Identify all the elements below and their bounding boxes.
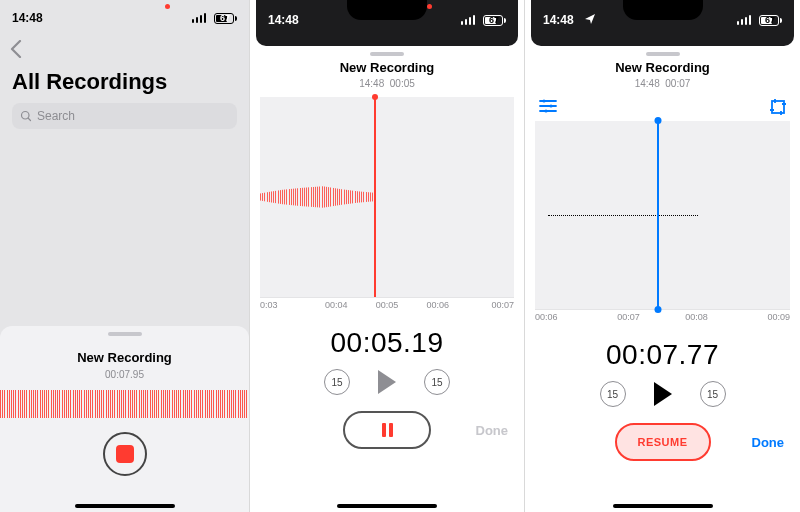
cellular-icon: [737, 15, 752, 25]
recording-subtitle: 14:48 00:07: [525, 78, 800, 89]
pause-icon: [382, 423, 386, 437]
stop-icon: [116, 445, 134, 463]
time-ruler: 00:0600:0700:0800:09: [535, 309, 790, 329]
back-button[interactable]: [0, 36, 249, 67]
waveform-canvas[interactable]: [535, 121, 790, 309]
search-input[interactable]: Search: [12, 103, 237, 129]
waveform-canvas[interactable]: [260, 97, 514, 297]
recording-title: New Recording: [250, 60, 524, 75]
svg-point-2: [542, 99, 545, 102]
screen-recording-edit: 14:48 67 New Recording 14:48 00:07 00:06…: [525, 0, 800, 512]
time-ruler: 0:0300:0400:0500:0600:07: [260, 297, 514, 317]
pause-record-button[interactable]: [343, 411, 431, 449]
notch: [347, 0, 427, 20]
rewind-15-button[interactable]: 15: [600, 381, 626, 407]
home-indicator[interactable]: [337, 504, 437, 508]
status-bar: 14:48 67: [531, 0, 794, 36]
sheet-grabber[interactable]: [370, 52, 404, 56]
play-button[interactable]: [654, 382, 672, 406]
playhead[interactable]: [657, 121, 659, 309]
done-button[interactable]: Done: [752, 435, 785, 450]
waveform-live: [0, 390, 249, 418]
pause-icon: [389, 423, 393, 437]
recording-sheet: New Recording 00:07.95: [0, 326, 249, 512]
home-indicator[interactable]: [613, 504, 713, 508]
cellular-icon: [192, 13, 207, 23]
transport-controls: 15 15: [250, 369, 524, 395]
svg-rect-5: [772, 101, 784, 113]
cellular-icon: [461, 15, 476, 25]
recording-title: New Recording: [525, 60, 800, 75]
screen-all-recordings: 14:48 67 All Recordings Search New Recor…: [0, 0, 250, 512]
svg-point-4: [544, 109, 547, 112]
recording-indicator-dot: [427, 4, 432, 9]
status-bar: 14:48 67: [0, 0, 249, 36]
screen-recording-paused-preview: 14:48 67 New Recording 14:48 00:05 0:030…: [250, 0, 525, 512]
status-bar: 14:48 67: [256, 0, 518, 36]
current-time-display: 00:05.19: [250, 327, 524, 359]
forward-15-button[interactable]: 15: [700, 381, 726, 407]
resume-record-button[interactable]: RESUME: [615, 423, 711, 461]
transport-controls: 15 15: [525, 381, 800, 407]
recording-indicator-dot: [165, 4, 170, 9]
current-time-display: 00:07.77: [525, 339, 800, 371]
location-icon: [585, 13, 595, 27]
svg-point-3: [549, 104, 552, 107]
playhead[interactable]: [374, 97, 376, 297]
home-indicator[interactable]: [75, 504, 175, 508]
status-time: 14:48: [268, 13, 299, 27]
waveform-flat: [548, 215, 698, 216]
forward-15-button[interactable]: 15: [424, 369, 450, 395]
sheet-grabber[interactable]: [108, 332, 142, 336]
recording-subtitle: 14:48 00:05: [250, 78, 524, 89]
card-top-edge: [256, 36, 518, 46]
page-title: All Recordings: [0, 67, 249, 103]
card-top-edge: [531, 36, 794, 46]
battery-icon: 67: [214, 13, 237, 24]
battery-icon: 67: [759, 15, 782, 26]
notch: [623, 0, 703, 20]
sheet-grabber[interactable]: [646, 52, 680, 56]
search-placeholder: Search: [37, 109, 75, 123]
svg-line-1: [28, 118, 30, 120]
recording-title: New Recording: [77, 350, 172, 365]
waveform-bars: [260, 179, 374, 215]
search-icon: [20, 110, 32, 122]
battery-icon: 67: [483, 15, 506, 26]
play-button[interactable]: [378, 370, 396, 394]
status-time: 14:48: [543, 13, 574, 27]
rewind-15-button[interactable]: 15: [324, 369, 350, 395]
trim-button[interactable]: [770, 99, 786, 119]
status-time: 14:48: [12, 11, 43, 25]
stop-record-button[interactable]: [103, 432, 147, 476]
done-button[interactable]: Done: [476, 423, 509, 438]
recording-elapsed: 00:07.95: [105, 369, 144, 380]
options-button[interactable]: [539, 99, 557, 119]
